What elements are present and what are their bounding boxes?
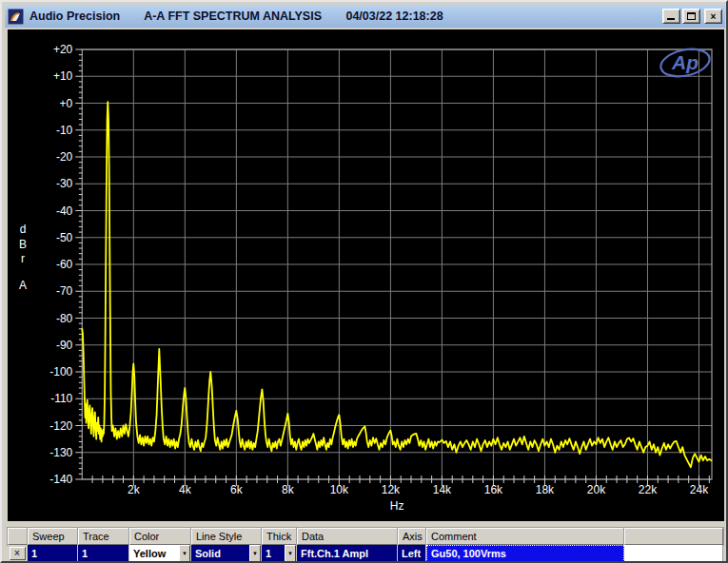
y-axis-title-char: A	[19, 279, 27, 292]
col-header-thick: Thick	[262, 528, 297, 545]
line-style-cell: Solid ▼	[191, 545, 262, 562]
title-bar-buttons: ×	[662, 9, 722, 24]
x-tick-label: 14k	[433, 483, 452, 496]
y-tick-label: +20	[53, 43, 73, 56]
y-tick-label: -80	[56, 312, 73, 325]
col-header-trace: Trace	[78, 528, 129, 545]
plot-area: 2k4k6k8k10k12k14k16k18k20k22k24k+20+10+0…	[8, 29, 724, 521]
x-tick-label: 8k	[282, 483, 295, 496]
col-header-color: Color	[129, 528, 191, 545]
thick-value: 1	[262, 545, 285, 562]
col-header-line-style: Line Style	[191, 528, 262, 545]
y-tick-label: -30	[56, 177, 73, 190]
trace-cell[interactable]: 1	[78, 545, 129, 562]
thick-dropdown-arrow-icon[interactable]: ▼	[285, 545, 296, 562]
y-tick-label: -60	[56, 258, 73, 271]
y-tick-label: +10	[53, 69, 73, 83]
x-tick-label: 24k	[690, 483, 709, 496]
y-tick-label: -130	[49, 446, 72, 459]
x-tick-label: 6k	[230, 483, 244, 496]
col-header-filler	[624, 528, 723, 545]
y-tick-label: -20	[56, 150, 73, 164]
app-window: Audio Precision A-A FFT SPECTRUM ANALYSI…	[0, 0, 728, 563]
title-timestamp: 04/03/22 12:18:28	[345, 10, 443, 23]
title-bar: Audio Precision A-A FFT SPECTRUM ANALYSI…	[5, 5, 725, 28]
table-header-row: Sweep Trace Color Line Style Thick Data …	[8, 528, 723, 545]
x-tick-label: 16k	[484, 483, 503, 496]
minimize-icon	[667, 18, 675, 20]
row-head-cell: ×	[8, 545, 28, 562]
y-tick-label: -120	[49, 419, 72, 433]
analysis-title: A-A FFT SPECTRUM ANALYSIS	[144, 10, 322, 23]
line-style-value: Solid	[191, 545, 249, 562]
app-title: Audio Precision	[30, 10, 120, 23]
x-tick-label: 20k	[587, 483, 606, 496]
settings-table: Sweep Trace Color Line Style Thick Data …	[8, 528, 723, 562]
y-tick-label: -140	[49, 473, 72, 486]
col-header-sweep: Sweep	[28, 528, 78, 545]
y-tick-label: -100	[49, 365, 72, 379]
maximize-button[interactable]	[682, 9, 700, 24]
minimize-button[interactable]	[662, 9, 680, 24]
x-tick-label: 10k	[330, 483, 349, 496]
trace-settings-panel: Sweep Trace Color Line Style Thick Data …	[8, 521, 724, 563]
y-tick-label: -40	[56, 204, 73, 218]
x-axis-title: Hz	[390, 499, 404, 513]
color-cell: Yellow ▼	[129, 545, 191, 562]
row-selector-header	[8, 528, 28, 545]
row-delete-button[interactable]: ×	[10, 547, 26, 560]
audio-precision-app-icon[interactable]	[8, 9, 24, 25]
y-tick-label: -70	[56, 284, 73, 298]
y-tick-label: -10	[56, 124, 73, 137]
y-axis-title-char: B	[19, 238, 27, 251]
y-tick-label: -90	[56, 339, 73, 352]
thick-cell: 1 ▼	[262, 545, 297, 562]
y-tick-label: -50	[56, 231, 73, 244]
window-title: Audio Precision A-A FFT SPECTRUM ANALYSI…	[30, 10, 464, 23]
x-tick-label: 2k	[128, 483, 141, 496]
color-select[interactable]: Yellow ▼	[129, 545, 190, 562]
close-button[interactable]: ×	[704, 9, 722, 24]
thick-select[interactable]: 1 ▼	[262, 545, 296, 562]
x-tick-label: 12k	[382, 483, 401, 496]
col-header-comment: Comment	[426, 528, 624, 545]
col-header-axis: Axis	[398, 528, 426, 545]
x-tick-label: 22k	[639, 483, 658, 496]
col-header-data: Data	[297, 528, 398, 545]
maximize-icon	[687, 12, 696, 20]
data-cell[interactable]: Fft.Ch.1 Ampl	[297, 545, 398, 562]
axis-cell[interactable]: Left	[398, 545, 426, 562]
trace-row: × 1 1 Yellow ▼ Solid ▼	[8, 545, 723, 562]
y-axis-title-char: d	[20, 223, 27, 236]
x-tick-label: 18k	[536, 483, 555, 496]
y-tick-label: -110	[50, 392, 72, 405]
y-axis-title-char: r	[21, 252, 25, 265]
ap-logo-text: Ap	[671, 51, 698, 73]
color-value: Yellow	[129, 545, 179, 562]
empty-cell	[624, 545, 723, 562]
line-style-select[interactable]: Solid ▼	[191, 545, 261, 562]
color-dropdown-arrow-icon[interactable]: ▼	[179, 545, 190, 562]
y-tick-label: +0	[60, 97, 73, 110]
x-tick-label: 4k	[179, 483, 192, 496]
line-style-dropdown-arrow-icon[interactable]: ▼	[249, 545, 261, 562]
sweep-cell[interactable]: 1	[28, 545, 78, 562]
fft-spectrum-chart: 2k4k6k8k10k12k14k16k18k20k22k24k+20+10+0…	[8, 29, 724, 521]
comment-cell[interactable]: Gu50, 100Vrms	[426, 545, 624, 562]
